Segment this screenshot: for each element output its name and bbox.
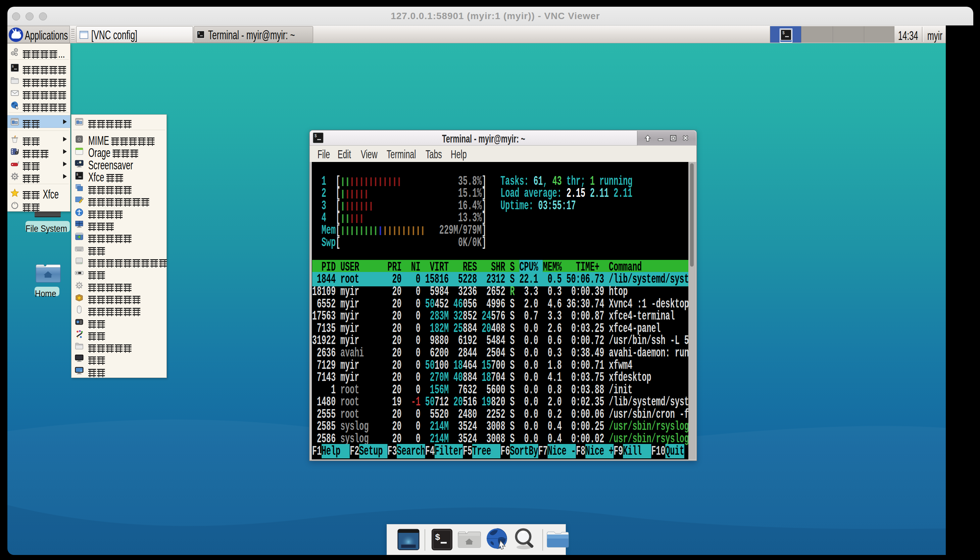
svg-text:i: i	[77, 320, 78, 324]
svg-text:$: $	[198, 32, 200, 35]
svg-text:$: $	[314, 134, 317, 138]
svg-text:$: $	[435, 533, 440, 543]
svg-text:$: $	[76, 173, 78, 177]
svg-text:$: $	[12, 65, 14, 68]
svg-text:$: $	[782, 31, 785, 35]
